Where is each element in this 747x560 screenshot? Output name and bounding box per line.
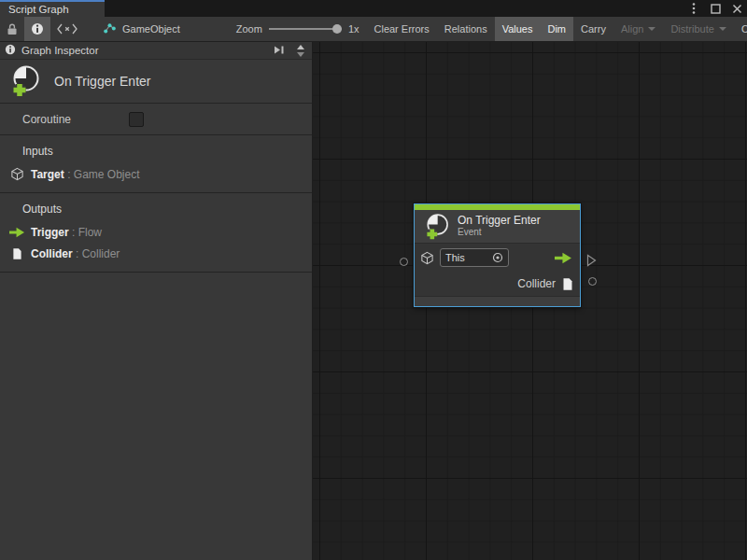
port-type: : Collider [73, 247, 120, 260]
relations-button[interactable]: Relations [437, 17, 495, 41]
cube-icon [7, 167, 26, 181]
unit-title: On Trigger Enter [54, 74, 151, 89]
window-controls [687, 0, 743, 17]
target-value-field[interactable]: This [440, 248, 509, 267]
port-name: Collider [31, 247, 73, 260]
graph-toolbar: GameObject Zoom 1x Clear Errors Relation… [0, 17, 747, 42]
event-unit-icon [7, 64, 41, 98]
unit-header: On Trigger Enter [0, 60, 312, 104]
unity-script-graph-window: Script Graph [0, 0, 747, 560]
graph-inspector-title: Graph Inspector [21, 45, 98, 56]
node-input-row: This [415, 244, 580, 272]
distribute-label: Distribute [670, 23, 713, 35]
outputs-header: Outputs [0, 201, 312, 221]
overview-button[interactable]: Overview [734, 17, 747, 41]
code-brackets-icon[interactable] [50, 17, 84, 41]
zoom-value: 1x [348, 23, 359, 35]
breadcrumb-label: GameObject [122, 23, 180, 35]
tab-script-graph[interactable]: Script Graph [0, 0, 105, 17]
coroutine-label: Coroutine [22, 113, 71, 126]
document-icon [562, 277, 573, 291]
align-label: Align [621, 23, 643, 35]
chevron-down-icon [648, 27, 655, 31]
clear-errors-button[interactable]: Clear Errors [367, 17, 437, 41]
output-port-trigger[interactable] [586, 254, 597, 271]
dim-button[interactable]: Dim [540, 17, 573, 41]
node-header[interactable]: On Trigger Enter Event [415, 210, 580, 244]
align-dropdown[interactable]: Align [613, 17, 663, 41]
output-row-trigger: Trigger : Flow [0, 221, 312, 243]
panel-scroll-spinner[interactable] [297, 45, 307, 57]
zoom-control: Zoom 1x [229, 17, 367, 41]
spinner-up-icon[interactable] [297, 45, 304, 49]
zoom-label: Zoom [236, 23, 262, 35]
output-port-collider[interactable] [588, 277, 597, 286]
node-output-row: Collider [415, 272, 580, 296]
graph-inspector-header: Graph Inspector [0, 42, 312, 60]
target-value: This [445, 252, 488, 263]
inspector-toggle-info-icon[interactable] [24, 17, 50, 41]
window-menu-icon[interactable] [687, 2, 700, 15]
zoom-slider[interactable] [269, 24, 342, 34]
values-button[interactable]: Values [495, 17, 541, 41]
carry-button[interactable]: Carry [573, 17, 613, 41]
input-row-target: Target : Game Object [0, 163, 312, 185]
node-subtitle: Event [458, 227, 541, 238]
object-picker-icon[interactable] [492, 252, 503, 263]
node-title: On Trigger Enter [458, 215, 541, 227]
chevron-down-icon [719, 27, 726, 31]
collider-output-label: Collider [517, 277, 556, 290]
event-node-icon [422, 213, 450, 241]
breadcrumb[interactable]: GameObject [93, 17, 190, 41]
document-icon [7, 247, 26, 260]
port-name: Trigger [31, 226, 69, 239]
window-maximize-icon[interactable] [709, 2, 722, 15]
distribute-dropdown[interactable]: Distribute [663, 17, 733, 41]
zoom-slider-handle[interactable] [332, 24, 342, 34]
port-name: Target [31, 168, 64, 181]
info-icon [5, 44, 16, 57]
coroutine-checkbox[interactable] [129, 112, 144, 127]
node-footer [415, 296, 580, 306]
window-close-icon[interactable] [730, 2, 743, 15]
dock-panel-icon[interactable] [273, 45, 286, 57]
outputs-section: Outputs Trigger : Flow Collider : Collid… [0, 193, 312, 273]
port-type: : Flow [69, 226, 102, 239]
lock-icon[interactable] [0, 17, 24, 41]
cube-icon [420, 251, 434, 265]
output-row-collider: Collider : Collider [0, 243, 312, 264]
flow-arrow-icon [7, 227, 26, 238]
tab-bar: Script Graph [0, 0, 747, 17]
zoom-slider-track [269, 28, 342, 30]
on-trigger-enter-node[interactable]: On Trigger Enter Event This [414, 203, 581, 307]
port-type: : Game Object [64, 168, 140, 181]
graph-canvas[interactable]: On Trigger Enter Event This [313, 42, 747, 560]
script-graph-asset-icon [103, 22, 117, 36]
graph-inspector-panel: Graph Inspector On Trigger Enter Corouti… [0, 42, 313, 560]
tab-label: Script Graph [8, 4, 69, 15]
inputs-section: Inputs Target : Game Object [0, 135, 312, 193]
coroutine-row: Coroutine [0, 104, 312, 135]
input-port-target[interactable] [400, 258, 408, 266]
inputs-header: Inputs [0, 143, 312, 163]
spinner-down-icon[interactable] [297, 52, 304, 57]
flow-arrow-icon [555, 252, 572, 264]
